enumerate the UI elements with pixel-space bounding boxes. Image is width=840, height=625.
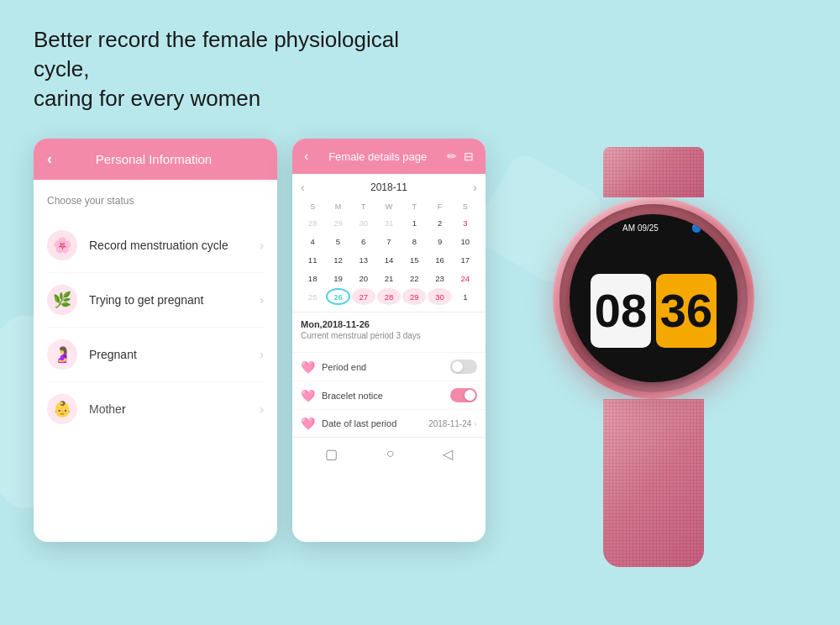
cal-cell[interactable]: 2: [428, 214, 451, 231]
watch-band-bottom: [603, 399, 704, 567]
cal-header-m: M: [326, 201, 349, 213]
cal-cell[interactable]: 14: [377, 251, 401, 268]
cal-month: 2018-11: [370, 181, 407, 193]
share-icon[interactable]: ⊟: [464, 150, 474, 163]
main-content: ‹ Personal Information Choose your statu…: [34, 139, 806, 550]
watch-status-icons: 🔵: [691, 223, 726, 233]
cal-header-t1: T: [352, 201, 375, 213]
back-arrow-icon[interactable]: ‹: [47, 150, 52, 168]
screen1-title: Personal Information: [59, 152, 264, 166]
edit-icon[interactable]: ✏: [447, 150, 457, 163]
pregnant-arrow-icon: ›: [260, 348, 264, 361]
cal-cell[interactable]: 15: [402, 251, 426, 268]
cal-cell[interactable]: 10: [454, 233, 477, 249]
cal-cell[interactable]: 12: [326, 251, 349, 268]
cal-cell[interactable]: 9: [428, 233, 451, 249]
nav-circle-icon[interactable]: ○: [386, 446, 395, 462]
watch-status-bar: ᗒ AM 09/25 🔵: [570, 214, 738, 239]
watch-ampm-date: AM 09/25: [622, 223, 659, 233]
cal-header-s2: S: [454, 201, 477, 213]
screen2-title: Female details page: [313, 150, 442, 163]
screen2-phone: ‹ Female details page ✏ ⊟ ‹ 2018-11 ›: [292, 139, 486, 542]
cal-cell[interactable]: 23: [428, 270, 451, 286]
cal-cell[interactable]: 25: [301, 288, 324, 305]
cal-cell[interactable]: 29: [402, 288, 426, 305]
cal-cell[interactable]: 24: [454, 270, 477, 286]
cal-next-icon[interactable]: ›: [473, 181, 477, 194]
cal-cell[interactable]: 7: [377, 233, 401, 249]
cal-cell[interactable]: 19: [326, 270, 349, 286]
smartwatch: ᗒ AM 09/25 🔵: [523, 147, 784, 550]
cal-prev-icon[interactable]: ‹: [301, 181, 305, 194]
cal-cell-today[interactable]: 26: [326, 288, 349, 305]
detail-info: Mon,2018-11-26 Current menstrual period …: [292, 312, 486, 352]
screen1-header: ‹ Personal Information: [34, 139, 277, 180]
mother-arrow-icon: ›: [260, 402, 264, 416]
cal-cell[interactable]: 5: [326, 233, 349, 249]
watch-band-top: [603, 147, 704, 197]
cal-cell[interactable]: 31: [377, 214, 401, 231]
bottom-nav: ▢ ○ ◁: [292, 437, 486, 470]
cal-cell[interactable]: 1: [454, 288, 477, 305]
screen2-back-icon[interactable]: ‹: [304, 149, 308, 164]
cal-cell[interactable]: 13: [352, 251, 375, 268]
last-period-date: 2018-11-24: [428, 419, 471, 428]
cal-cell[interactable]: 18: [301, 270, 324, 286]
calendar-nav: ‹ 2018-11 ›: [301, 181, 477, 194]
detail-period-text: Current menstrual period 3 days: [301, 331, 477, 340]
water-drop-icon: 🔵: [691, 223, 701, 233]
bracelet-notice-row: 🩷 Bracelet notice: [292, 381, 486, 409]
trying-arrow-icon: ›: [260, 293, 264, 307]
cal-cell[interactable]: 29: [326, 214, 349, 231]
watch-container: ᗒ AM 09/25 🔵: [501, 139, 806, 550]
nav-home-icon[interactable]: ▢: [325, 446, 338, 462]
last-period-arrow-icon: ›: [474, 418, 477, 428]
female-details-screen: ‹ Female details page ✏ ⊟ ‹ 2018-11 ›: [292, 139, 486, 542]
watch-am: AM: [622, 223, 635, 233]
watch-hour: 08: [591, 274, 651, 348]
cal-cell[interactable]: 3: [454, 214, 477, 231]
battery-icon: [705, 224, 726, 233]
nav-back-icon[interactable]: ◁: [443, 446, 453, 462]
watch-date: 09/25: [638, 223, 659, 233]
cal-cell[interactable]: 30: [428, 288, 451, 305]
cal-cell[interactable]: 4: [301, 233, 324, 249]
bracelet-notice-label: Bracelet notice: [322, 391, 444, 401]
watch-minute: 36: [656, 274, 717, 348]
cal-header-w: W: [377, 201, 401, 213]
cal-cell[interactable]: 17: [454, 251, 477, 268]
last-period-icon: 🩷: [301, 417, 315, 430]
status-item-trying[interactable]: 🌿 Trying to get pregnant ›: [47, 273, 264, 328]
cal-cell[interactable]: 16: [428, 251, 451, 268]
watch-case: ᗒ AM 09/25 🔵: [553, 197, 754, 399]
headline: Better record the female physiological c…: [34, 25, 454, 113]
watch-brand-icon: ᗒ: [581, 221, 590, 235]
bracelet-icon: 🩷: [301, 389, 315, 402]
cal-cell[interactable]: 8: [402, 233, 426, 249]
trying-label: Trying to get pregnant: [89, 293, 260, 307]
choose-status-label: Choose your status: [47, 195, 264, 207]
pregnant-label: Pregnant: [89, 348, 260, 361]
period-end-label: Period end: [322, 362, 444, 372]
cal-header-t2: T: [402, 201, 426, 213]
headline-line1: Better record the female physiological c…: [34, 27, 399, 81]
bracelet-notice-toggle[interactable]: [450, 388, 477, 402]
cal-cell[interactable]: 1: [402, 214, 426, 231]
cal-cell[interactable]: 30: [352, 214, 375, 231]
cal-cell[interactable]: 11: [301, 251, 324, 268]
menstruation-arrow-icon: ›: [260, 239, 264, 252]
cal-cell[interactable]: 22: [402, 270, 426, 286]
cal-cell[interactable]: 6: [352, 233, 375, 249]
cal-header-f: F: [428, 201, 451, 213]
screen2-header: ‹ Female details page ✏ ⊟: [292, 139, 486, 174]
last-period-row[interactable]: 🩷 Date of last period 2018-11-24 ›: [292, 409, 486, 437]
status-item-menstruation[interactable]: 🌸 Record menstruation cycle ›: [47, 218, 264, 273]
headline-line2: caring for every women: [34, 86, 260, 111]
cal-cell[interactable]: 28: [301, 214, 324, 231]
cal-cell[interactable]: 21: [377, 270, 401, 286]
period-end-row: 🩷 Period end: [292, 352, 486, 381]
period-end-toggle[interactable]: [450, 360, 477, 374]
cal-cell[interactable]: 27: [352, 288, 375, 305]
cal-cell[interactable]: 20: [352, 270, 375, 286]
cal-cell[interactable]: 28: [377, 288, 401, 305]
